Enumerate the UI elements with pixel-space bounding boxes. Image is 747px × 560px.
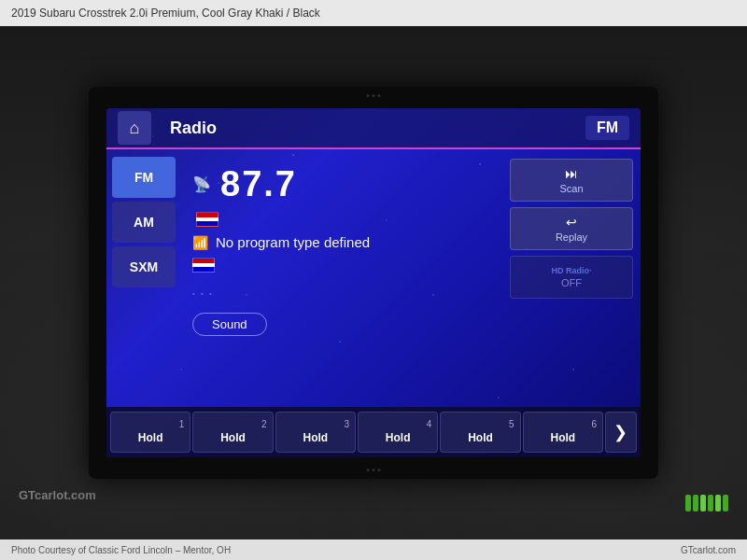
hd-radio-label: HD Radio· (551, 266, 591, 275)
sidebar-item-am[interactable]: AM (112, 202, 176, 243)
screen-title: Radio (170, 119, 585, 138)
replay-icon: ↩ (566, 215, 577, 230)
sidebar-item-fm[interactable]: FM (112, 157, 176, 198)
flag-row-2 (192, 258, 489, 273)
fm-badge: FM (585, 116, 629, 140)
left-sidebar: FM AM SXM (106, 149, 181, 407)
preset-button-1[interactable]: 1 Hold (110, 412, 190, 453)
program-row: 📶 No program type defined (192, 234, 489, 250)
preset-button-2[interactable]: 2 Hold (192, 412, 273, 453)
infotainment-screen: ⌂ Radio FM FM AM SXM (106, 108, 641, 457)
preset-num-3: 3 (344, 419, 349, 429)
preset-label-3: Hold (303, 431, 328, 444)
hd-radio-button[interactable]: HD Radio· OFF (510, 256, 633, 299)
bezel-dots-bottom (367, 469, 381, 471)
frequency-row: 📡 87.7 (192, 164, 489, 204)
bezel-dots-top (367, 94, 381, 97)
top-caption: 2019 Subaru Crosstrek 2.0i Premium, Cool… (0, 0, 747, 26)
preset-button-6[interactable]: 6 Hold (523, 412, 603, 453)
preset-label-6: Hold (550, 431, 575, 444)
am-label: AM (134, 215, 154, 230)
preset-bar: 1 Hold 2 Hold 3 Hold 4 Hold 5 Hold (106, 407, 641, 457)
sound-label: Sound (212, 317, 247, 331)
preset-num-6: 6 (591, 419, 597, 429)
right-sidebar: ⏭ Scan ↩ Replay HD Radio· OFF (502, 149, 641, 407)
frequency-display: 87.7 (220, 164, 297, 204)
sxm-label: SXM (130, 259, 158, 274)
fm-label: FM (134, 170, 153, 185)
next-icon: ❯ (613, 422, 627, 442)
next-page-button[interactable]: ❯ (605, 412, 637, 453)
home-icon: ⌂ (130, 119, 140, 138)
home-button[interactable]: ⌂ (118, 111, 151, 145)
preset-button-5[interactable]: 5 Hold (440, 412, 520, 453)
stripe-3 (700, 495, 706, 511)
preset-label-4: Hold (386, 431, 411, 444)
preset-num-2: 2 (261, 419, 267, 429)
preset-num-4: 4 (427, 419, 432, 429)
dots-row: • • • (192, 287, 489, 298)
stripe-4 (708, 495, 713, 511)
scan-label: Scan (559, 183, 583, 194)
header-bar: ⌂ Radio FM (106, 108, 641, 149)
preset-button-4[interactable]: 4 Hold (358, 412, 438, 453)
sidebar-item-sxm[interactable]: SXM (112, 246, 176, 287)
photo-area: GTcarlot.com ⌂ Radi (0, 26, 747, 539)
infotainment-bezel: ⌂ Radio FM FM AM SXM (89, 87, 658, 479)
bottom-caption: Photo Courtesy of Classic Ford Lincoln –… (0, 539, 747, 560)
sound-button[interactable]: Sound (192, 313, 267, 336)
stripe-2 (693, 495, 698, 511)
scan-button[interactable]: ⏭ Scan (510, 159, 633, 202)
preset-num-5: 5 (509, 419, 514, 429)
stripe-5 (715, 495, 721, 511)
preset-label-1: Hold (138, 431, 163, 444)
hd-radio-off-label: OFF (561, 277, 582, 288)
stripe-1 (685, 495, 691, 511)
flag-row-1 (196, 212, 489, 227)
stripe-decoration (685, 495, 728, 511)
photo-credit: Photo Courtesy of Classic Ford Lincoln –… (11, 545, 231, 555)
preset-button-3[interactable]: 3 Hold (275, 412, 356, 453)
watermark-overlay: GTcarlot.com (19, 488, 96, 502)
dots-indicator: • • • (192, 289, 214, 298)
scan-icon: ⏭ (565, 166, 578, 181)
preset-num-1: 1 (179, 419, 185, 429)
stripe-6 (723, 495, 728, 511)
preset-label-5: Hold (468, 431, 493, 444)
car-title: 2019 Subaru Crosstrek 2.0i Premium, Cool… (11, 7, 320, 20)
site-watermark: GTcarlot.com (681, 545, 736, 555)
main-content: 📡 87.7 📶 No program type defined (181, 149, 500, 407)
flag-icon-2 (192, 258, 215, 273)
flag-icon-1 (196, 212, 218, 227)
antenna-icon: 📡 (192, 175, 211, 193)
replay-label: Replay (556, 231, 587, 243)
preset-label-2: Hold (220, 431, 246, 444)
program-text: No program type defined (216, 234, 370, 250)
signal-icon: 📶 (192, 235, 208, 250)
replay-button[interactable]: ↩ Replay (510, 207, 633, 250)
